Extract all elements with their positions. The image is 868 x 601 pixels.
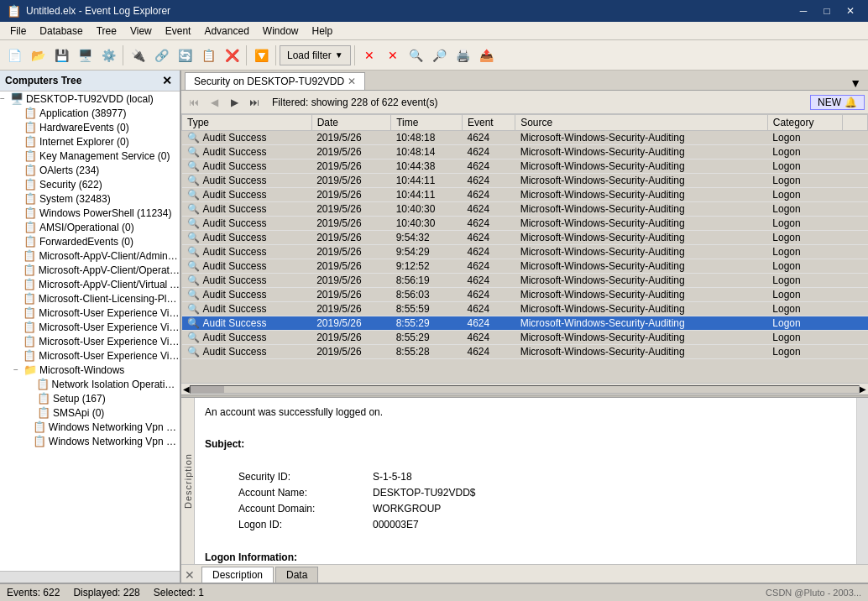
tb-funnel-btn[interactable]: 🔽 (250, 44, 272, 66)
tab-security[interactable]: Security on DESKTOP-TU92VDD ✕ (185, 72, 365, 90)
tree-item[interactable]: 📋 Microsoft-Client-Licensing-Platf... (0, 291, 180, 306)
tree-item[interactable]: 📋 Key Management Service (0) (0, 149, 180, 163)
table-row[interactable]: 🔍Audit Success 2019/5/26 10:44:11 4624 M… (182, 188, 868, 202)
cell-category: Logon (767, 145, 842, 159)
tree-item[interactable]: 📋 Microsoft-User Experience Virt... (0, 348, 180, 363)
tree-item[interactable]: 📋 SMSApi (0) (0, 405, 180, 420)
table-row[interactable]: 🔍Audit Success 2019/5/26 10:44:11 4624 M… (182, 174, 868, 188)
menu-file[interactable]: File (3, 24, 33, 39)
tree-item[interactable]: 📋 Windows Networking Vpn Plugi... (0, 420, 180, 434)
tree-item[interactable]: 📋 Microsoft-AppV-Client/Operatio... (0, 263, 180, 277)
table-row[interactable]: 🔍Audit Success 2019/5/26 9:12:52 4624 Mi… (182, 259, 868, 274)
tree-body[interactable]: − 🖥️ DESKTOP-TU92VDD (local) 📋 Applicati… (0, 91, 180, 571)
tb-disconnect-btn[interactable]: 🔗 (150, 44, 172, 66)
menu-advanced[interactable]: Advanced (197, 24, 255, 39)
menu-window[interactable]: Window (256, 24, 306, 39)
menu-event[interactable]: Event (159, 24, 198, 39)
tree-item[interactable]: 📋 Setup (167) (0, 391, 180, 405)
tree-item[interactable]: 📋 Microsoft-User Experience Virt... (0, 320, 180, 334)
menu-database[interactable]: Database (33, 24, 89, 39)
tree-item[interactable]: 📋 Microsoft-User Experience Virt... (0, 334, 180, 348)
nav-first-btn[interactable]: ⏮ (185, 93, 203, 112)
maximize-button[interactable]: □ (816, 3, 838, 19)
col-time[interactable]: Time (391, 115, 463, 131)
tb-connect-btn[interactable]: 🔌 (127, 44, 149, 66)
nav-last-btn[interactable]: ⏭ (245, 93, 264, 112)
menu-tree[interactable]: Tree (90, 24, 123, 39)
table-row[interactable]: 🔍Audit Success 2019/5/26 10:40:30 4624 M… (182, 217, 868, 231)
table-row[interactable]: 🔍Audit Success 2019/5/26 8:55:28 4624 Mi… (182, 345, 868, 359)
tb-btn4[interactable]: 🖥️ (74, 44, 96, 66)
tree-item[interactable]: 📋 Microsoft-User Experience Virt... (0, 306, 180, 320)
col-source[interactable]: Source (515, 115, 768, 131)
table-row[interactable]: 🔍Audit Success 2019/5/26 9:54:32 4624 Mi… (182, 231, 868, 245)
tree-item[interactable]: 📋 Internet Explorer (0) (0, 134, 180, 149)
h-scroll-right[interactable]: ▶ (860, 384, 866, 394)
tab-data[interactable]: Data (275, 567, 318, 583)
tree-item[interactable]: 📋 ForwardedEvents (0) (0, 234, 180, 248)
table-row[interactable]: 🔍Audit Success 2019/5/26 8:55:59 4624 Mi… (182, 302, 868, 316)
tb-export-btn[interactable]: 📤 (476, 44, 498, 66)
table-row[interactable]: 🔍Audit Success 2019/5/26 10:48:18 4624 M… (182, 131, 868, 145)
desc-scrollbar[interactable] (856, 398, 868, 564)
col-event[interactable]: Event (463, 115, 515, 131)
table-row[interactable]: 🔍Audit Success 2019/5/26 8:55:29 4624 Mi… (182, 331, 868, 345)
tab-scroll-right[interactable]: ▼ (846, 76, 865, 90)
tb-find-btn[interactable]: 🔍 (405, 44, 427, 66)
col-category[interactable]: Category (767, 115, 842, 131)
close-button[interactable]: ✕ (839, 3, 861, 19)
tb-save-btn[interactable]: 💾 (50, 44, 72, 66)
table-row[interactable]: 🔍Audit Success 2019/5/26 10:44:38 4624 M… (182, 159, 868, 174)
tb-new-btn[interactable]: 📄 (3, 44, 25, 66)
load-filter-button[interactable]: Load filter ▼ (280, 45, 351, 65)
table-row[interactable]: 🔍Audit Success 2019/5/26 8:56:19 4624 Mi… (182, 274, 868, 288)
table-row[interactable]: 🔍Audit Success 2019/5/26 8:55:29 4624 Mi… (182, 316, 868, 331)
h-scroll-track[interactable] (190, 385, 860, 394)
tree-item[interactable]: 📋 Network Isolation Operational (0, 377, 180, 391)
tree-item[interactable]: 📋 Windows Networking Vpn Plugi... (0, 434, 180, 448)
tree-item[interactable]: 📋 System (32483) (0, 191, 180, 206)
tree-item[interactable]: 📋 Application (38977) (0, 106, 180, 120)
new-badge[interactable]: NEW 🔔 (810, 95, 865, 110)
tree-item[interactable]: 📋 HardwareEvents (0) (0, 120, 180, 134)
desc-close-btn[interactable]: ✕ (185, 568, 195, 582)
table-row[interactable]: 🔍Audit Success 2019/5/26 10:48:14 4624 M… (182, 145, 868, 159)
table-row[interactable]: 🔍Audit Success 2019/5/26 9:54:29 4624 Mi… (182, 245, 868, 259)
tb-close-log-btn[interactable]: ❌ (221, 44, 243, 66)
table-row[interactable]: 🔍Audit Success 2019/5/26 10:40:30 4624 M… (182, 202, 868, 217)
event-table-scroll[interactable]: Type Date Time Event Source Category 🔍Au… (181, 114, 868, 383)
tree-item[interactable]: 📋 Microsoft-AppV-Client/Admin (0) (0, 248, 180, 263)
tab-description[interactable]: Description (201, 567, 274, 583)
tree-item[interactable]: − 🖥️ DESKTOP-TU92VDD (local) (0, 91, 180, 106)
menu-help[interactable]: Help (306, 24, 340, 39)
cell-time: 10:48:14 (391, 145, 463, 159)
h-scroll-thumb[interactable] (191, 386, 224, 393)
desc-content[interactable]: An account was successfully logged on. S… (195, 398, 856, 564)
tree-bottom-scroll[interactable] (0, 571, 180, 583)
tb-clear-filter-btn[interactable]: ✕ (358, 44, 380, 66)
tb-btn-x2[interactable]: ✕ (382, 44, 404, 66)
col-date[interactable]: Date (311, 115, 390, 131)
table-row[interactable]: 🔍Audit Success 2019/5/26 8:56:03 4624 Mi… (182, 288, 868, 302)
tb-refresh-btn[interactable]: 🔄 (174, 44, 196, 66)
tb-open-log-btn[interactable]: 📋 (197, 44, 219, 66)
nav-prev-btn[interactable]: ◀ (205, 93, 223, 112)
tree-close-button[interactable]: ✕ (159, 73, 175, 88)
tree-item[interactable]: 📋 Windows PowerShell (11234) (0, 206, 180, 220)
menu-view[interactable]: View (123, 24, 159, 39)
tree-item[interactable]: 📋 Microsoft-AppV-Client/Virtual A... (0, 277, 180, 291)
tb-binoculars-btn[interactable]: 🔎 (429, 44, 451, 66)
tb-open-btn[interactable]: 📂 (27, 44, 49, 66)
col-type[interactable]: Type (182, 115, 312, 131)
minimize-button[interactable]: ─ (792, 3, 814, 19)
tree-item[interactable]: − 📁 Microsoft-Windows (0, 363, 180, 377)
nav-next-btn[interactable]: ▶ (225, 93, 243, 112)
tree-item[interactable]: 📋 Security (622) (0, 177, 180, 191)
tree-item[interactable]: 📋 OAlerts (234) (0, 163, 180, 177)
tab-close-icon[interactable]: ✕ (348, 76, 356, 87)
tb-print-btn[interactable]: 🖨️ (452, 44, 474, 66)
tree-item[interactable]: 📋 AMSI/Operational (0) (0, 220, 180, 234)
h-scroll[interactable]: ◀ ▶ (181, 383, 868, 395)
tb-btn5[interactable]: ⚙️ (97, 44, 119, 66)
h-scroll-left[interactable]: ◀ (183, 384, 190, 394)
